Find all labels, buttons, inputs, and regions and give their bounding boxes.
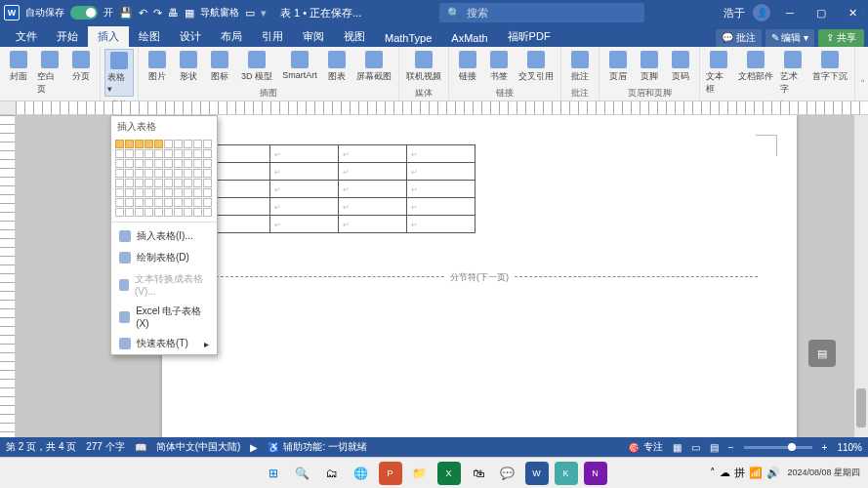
ribbon-pictures[interactable]: 图片 <box>143 49 172 85</box>
grid-cell[interactable] <box>115 149 124 158</box>
nav-pane-icon[interactable]: ▦ <box>185 7 194 20</box>
tab-插入[interactable]: 插入 <box>88 26 129 47</box>
spellcheck-icon[interactable]: 📖 <box>135 442 146 453</box>
grid-cell[interactable] <box>184 149 192 158</box>
zoom-in[interactable]: + <box>822 442 828 453</box>
grid-cell[interactable] <box>115 208 124 217</box>
document-page[interactable]: 分节符(下一页) ▤ <box>162 115 797 437</box>
document-table[interactable] <box>201 144 475 233</box>
grid-cell[interactable] <box>164 179 173 187</box>
web-layout-view[interactable]: ▤ <box>710 442 719 453</box>
ribbon-3d-models[interactable]: 3D 模型 <box>236 49 277 85</box>
grid-cell[interactable] <box>154 198 163 207</box>
table-cell[interactable] <box>270 181 339 198</box>
grid-cell[interactable] <box>174 179 183 187</box>
tray-onedrive-icon[interactable]: ☁ <box>720 467 730 479</box>
grid-cell[interactable] <box>174 188 183 197</box>
ribbon-smartart[interactable]: SmartArt <box>279 49 320 82</box>
grid-cell[interactable] <box>145 198 153 207</box>
grid-cell[interactable] <box>184 140 192 148</box>
taskbar-edge[interactable]: 🌐 <box>350 462 373 485</box>
grid-cell[interactable] <box>115 188 124 197</box>
grid-cell[interactable] <box>174 140 183 148</box>
focus-mode[interactable]: 🎯专注 <box>628 440 663 454</box>
grid-cell[interactable] <box>145 179 153 187</box>
table-cell[interactable] <box>407 216 475 233</box>
table-cell[interactable] <box>407 181 475 198</box>
grid-cell[interactable] <box>125 198 134 207</box>
tab-文件[interactable]: 文件 <box>6 26 47 47</box>
table-cell[interactable] <box>270 198 339 216</box>
page-info[interactable]: 第 2 页，共 4 页 <box>6 440 76 454</box>
table-cell[interactable] <box>270 145 339 163</box>
grid-cell[interactable] <box>115 140 124 148</box>
grid-cell[interactable] <box>135 140 144 148</box>
grid-cell[interactable] <box>203 140 212 148</box>
grid-cell[interactable] <box>164 169 173 178</box>
grid-cell[interactable] <box>125 140 134 148</box>
grid-cell[interactable] <box>184 179 192 187</box>
grid-cell[interactable] <box>203 179 212 187</box>
grid-cell[interactable] <box>193 179 202 187</box>
grid-cell[interactable] <box>184 159 192 168</box>
grid-cell[interactable] <box>115 159 124 168</box>
grid-cell[interactable] <box>154 169 163 178</box>
grid-cell[interactable] <box>154 208 163 217</box>
grid-cell[interactable] <box>203 188 212 197</box>
layout-options-button[interactable]: ▤ <box>808 340 836 367</box>
taskbar-app-k[interactable]: K <box>555 462 578 485</box>
system-tray[interactable]: ˄ ☁ 拼 📶 🔊 <box>710 466 780 480</box>
tab-福昕pdf[interactable]: 福昕PDF <box>498 26 560 47</box>
ribbon-quick-parts[interactable]: 文档部件 <box>735 49 776 85</box>
grid-cell[interactable] <box>164 208 173 217</box>
table-cell[interactable] <box>339 145 407 163</box>
accessibility-status[interactable]: ♿ 辅助功能: 一切就绪 <box>268 440 367 454</box>
dropdown-draw-table[interactable]: 绘制表格(D) <box>111 247 217 268</box>
user-avatar[interactable]: 👤 <box>753 4 770 21</box>
taskbar-ppt[interactable]: P <box>379 462 402 485</box>
grid-cell[interactable] <box>174 198 183 207</box>
grid-cell[interactable] <box>125 159 134 168</box>
grid-cell[interactable] <box>154 159 163 168</box>
grid-cell[interactable] <box>145 159 153 168</box>
tray-ime-icon[interactable]: 拼 <box>734 466 745 480</box>
ribbon-shapes[interactable]: 形状 <box>174 49 203 85</box>
grid-cell[interactable] <box>203 149 212 158</box>
ribbon-drop-cap[interactable]: 首字下沉 <box>809 49 850 85</box>
table-cell[interactable] <box>270 216 339 233</box>
table-cell[interactable] <box>407 198 475 216</box>
ribbon-page-number[interactable]: 页码 <box>666 49 695 85</box>
ribbon-header[interactable]: 页眉 <box>603 49 633 85</box>
format-icon[interactable]: ▭ <box>245 7 255 20</box>
taskbar-excel[interactable]: X <box>437 462 461 485</box>
tray-chevron-icon[interactable]: ˄ <box>710 467 716 479</box>
grid-cell[interactable] <box>184 188 192 197</box>
grid-cell[interactable] <box>125 169 134 178</box>
table-cell[interactable] <box>270 163 339 181</box>
table-cell[interactable] <box>407 145 475 163</box>
grid-cell[interactable] <box>145 169 153 178</box>
grid-cell[interactable] <box>164 159 173 168</box>
zoom-level[interactable]: 110% <box>837 442 862 453</box>
grid-cell[interactable] <box>164 188 173 197</box>
grid-cell[interactable] <box>164 149 173 158</box>
grid-cell[interactable] <box>154 188 163 197</box>
grid-cell[interactable] <box>193 169 202 178</box>
tab-布局[interactable]: 布局 <box>211 26 252 47</box>
grid-cell[interactable] <box>184 169 192 178</box>
grid-cell[interactable] <box>125 188 134 197</box>
grid-cell[interactable] <box>135 149 144 158</box>
grid-cell[interactable] <box>135 179 144 187</box>
dropdown-quick-tables[interactable]: 快速表格(T)▸ <box>111 333 217 354</box>
nav-pane-label[interactable]: 导航窗格 <box>200 6 239 20</box>
grid-cell[interactable] <box>174 169 183 178</box>
grid-cell[interactable] <box>115 169 124 178</box>
undo-icon[interactable]: ↶ <box>139 7 147 20</box>
tray-wifi-icon[interactable]: 📶 <box>749 467 763 479</box>
grid-cell[interactable] <box>193 188 202 197</box>
grid-cell[interactable] <box>193 159 202 168</box>
grid-cell[interactable] <box>154 149 163 158</box>
vertical-ruler[interactable] <box>0 115 16 437</box>
ribbon-bookmark[interactable]: 书签 <box>484 49 514 85</box>
taskbar-store[interactable]: 🛍 <box>467 462 490 485</box>
